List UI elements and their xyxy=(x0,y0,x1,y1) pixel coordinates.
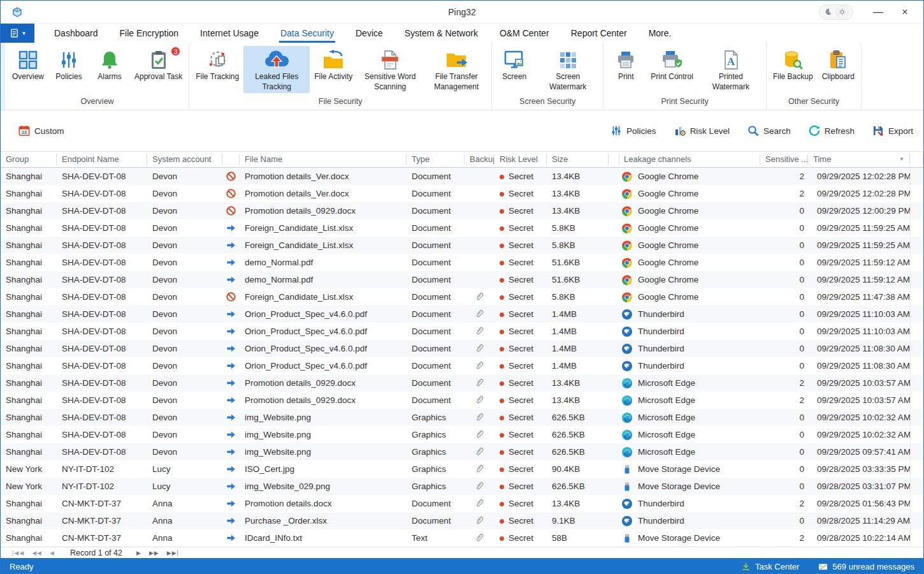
record-nav-button[interactable]: ◀ xyxy=(50,550,55,556)
record-nav-button[interactable]: ▶▶ xyxy=(149,550,159,556)
table-row[interactable]: ShanghaiSHA-DEV-DT-08Devonimg_Website.pn… xyxy=(1,443,923,460)
risk-label: Secret xyxy=(509,223,533,233)
table-row[interactable]: ShanghaiSHA-DEV-DT-08DevonOrion_Product_… xyxy=(1,357,923,374)
ribbon-button-file-tracking[interactable]: File Tracking xyxy=(191,46,243,84)
table-row[interactable]: ShanghaiSHA-DEV-DT-08DevonOrion_Product_… xyxy=(1,305,923,323)
sun-icon[interactable] xyxy=(838,8,846,16)
column-header-type[interactable]: Type xyxy=(407,154,465,165)
toolbar-export-button[interactable]: Export xyxy=(872,125,913,136)
cell-endpoint-name: SHA-DEV-DT-08 xyxy=(57,430,147,439)
tab-report-center[interactable]: Report Center xyxy=(560,24,638,43)
column-header-group[interactable]: Group xyxy=(1,154,57,165)
toolbar-refresh-button[interactable]: Refresh xyxy=(809,125,855,136)
tab-data-security[interactable]: Data Security xyxy=(270,24,345,43)
table-row[interactable]: ShanghaiSHA-DEV-DT-08DevonOrion_Product_… xyxy=(1,323,923,340)
table-row[interactable]: ShanghaiSHA-DEV-DT-08DevonOrion_Product_… xyxy=(1,340,923,357)
tab-dashboard[interactable]: Dashboard xyxy=(43,24,109,43)
table-row[interactable]: ShanghaiSHA-DEV-DT-08DevonForeign_Candid… xyxy=(1,237,923,254)
tab-file-encryption[interactable]: File Encryption xyxy=(109,24,190,43)
channel-label: Thunderbird xyxy=(638,361,684,371)
table-row[interactable]: New YorkNY-IT-DT-102LucyISO_Cert.jpgGrap… xyxy=(1,460,923,478)
ribbon-button-screen-watermark[interactable]: Screen Watermark xyxy=(535,46,601,93)
column-header-label: System account xyxy=(152,154,212,165)
ribbon-button-screen[interactable]: Screen xyxy=(494,46,535,84)
paperclip-icon xyxy=(465,499,494,508)
column-header-system-account[interactable]: System account xyxy=(147,154,222,165)
tab-o-m-center[interactable]: O&M Center xyxy=(489,24,560,43)
table-row[interactable]: ShanghaiSHA-DEV-DT-08DevonPromotion deta… xyxy=(1,392,923,409)
risk-dot xyxy=(500,278,504,283)
cell-size: 1.4MB xyxy=(547,327,609,336)
ribbon-group-label: Other Security xyxy=(769,96,859,110)
ribbon-button-printed-watermark[interactable]: APrinted Watermark xyxy=(698,46,764,93)
cell-gutter xyxy=(910,305,923,323)
paperclip-icon xyxy=(465,413,494,422)
table-row[interactable]: ShanghaiSHA-DEV-DT-08DevonPromotion deta… xyxy=(1,185,923,202)
record-nav-button[interactable]: |◀◀ xyxy=(12,550,24,556)
tab-system-network[interactable]: System & Network xyxy=(394,24,489,43)
toolbar-policies-button[interactable]: Policies xyxy=(610,125,656,136)
column-header-risk-level[interactable]: Risk Level xyxy=(494,154,547,165)
tab-device[interactable]: Device xyxy=(345,24,394,43)
table-row[interactable]: ShanghaiCN-MKT-DT-37AnnaIDcard_INfo.txtT… xyxy=(1,529,923,547)
app-menu-button[interactable]: ▼ xyxy=(1,24,34,43)
cell-group: Shanghai xyxy=(1,413,57,422)
ribbon-button-overview[interactable]: Overview xyxy=(8,46,48,84)
column-header-endpoint-name[interactable]: Endpoint Name xyxy=(57,154,147,165)
ribbon-group-screen-security: ScreenScreen WatermarkScreen Security xyxy=(492,43,603,110)
cell-gutter xyxy=(910,409,923,426)
column-header-backup[interactable]: Backup xyxy=(465,154,494,165)
toolbar-risk-level-button[interactable]: Risk Level xyxy=(674,125,730,136)
cell-endpoint-name: SHA-DEV-DT-08 xyxy=(57,292,147,302)
ribbon-button-approval-task[interactable]: 3Approval Task xyxy=(130,46,187,84)
ribbon-button-file-backup[interactable]: File Backup xyxy=(769,46,818,84)
table-row[interactable]: ShanghaiSHA-DEV-DT-08DevonPromotion deta… xyxy=(1,202,923,219)
ribbon-button-print[interactable]: Print xyxy=(605,46,646,84)
column-header-size[interactable]: Size xyxy=(547,154,609,165)
tab-more[interactable]: More. xyxy=(638,24,682,43)
ribbon-button-sensitive-word-scanning[interactable]: Sensitive Word Scanning xyxy=(357,46,423,93)
ribbon-button-file-activity[interactable]: File Activity xyxy=(310,46,357,84)
record-nav-button[interactable]: ◀◀ xyxy=(32,550,42,556)
table-row[interactable]: ShanghaiCN-MKT-DT-37AnnaPurchase _Order.… xyxy=(1,512,923,529)
cell-leakage-channel: Thunderbird xyxy=(619,309,760,320)
column-header-file-name[interactable]: File Name xyxy=(240,154,407,165)
arrow-icon xyxy=(222,464,240,474)
table-row[interactable]: ShanghaiSHA-DEV-DT-08DevonPromotion deta… xyxy=(1,374,923,392)
ribbon-button-file-transfer-management[interactable]: File Transfer Management xyxy=(423,46,489,93)
statusbar-task-center[interactable]: Task Center xyxy=(741,562,799,571)
toolbar-search-button[interactable]: Search xyxy=(747,125,791,136)
record-nav-button[interactable]: ▶ xyxy=(136,550,141,556)
table-row[interactable]: ShanghaiSHA-DEV-DT-08Devondemo_Normal.pd… xyxy=(1,271,923,288)
cell-size: 5.8KB xyxy=(547,223,609,233)
statusbar-569-unread-messages[interactable]: 569 unread messages xyxy=(818,562,914,571)
table-row[interactable]: ShanghaiSHA-DEV-DT-08Devondemo_Normal.pd… xyxy=(1,254,923,271)
filter-dropdown-icon[interactable]: ▼ xyxy=(899,154,904,165)
ribbon-button-alarms[interactable]: Alarms xyxy=(89,46,130,84)
moon-icon[interactable] xyxy=(824,8,832,16)
ribbon-button-policies[interactable]: Policies xyxy=(48,46,89,84)
close-button[interactable]: × xyxy=(892,3,918,22)
ribbon-button-clipboard[interactable]: Clipboard xyxy=(818,46,859,84)
column-header-leakage-channels[interactable]: Leakage channels xyxy=(619,154,760,165)
cell-group: Shanghai xyxy=(1,309,57,319)
table-row[interactable]: ShanghaiSHA-DEV-DT-08Devonimg_Website.pn… xyxy=(1,409,923,426)
table-row[interactable]: ShanghaiCN-MKT-DT-37AnnaPromotion detail… xyxy=(1,495,923,512)
column-header-sensitive[interactable]: Sensitive ... xyxy=(760,154,808,165)
chrome-icon xyxy=(622,223,632,233)
ribbon-button-print-control[interactable]: Print Control xyxy=(646,46,698,84)
risk-label: Secret xyxy=(509,499,533,508)
table-row[interactable]: ShanghaiSHA-DEV-DT-08Devonimg_Website.pn… xyxy=(1,426,923,443)
record-nav-button[interactable]: ▶▶| xyxy=(167,550,179,556)
theme-toggle[interactable] xyxy=(819,4,853,20)
table-row[interactable]: ShanghaiSHA-DEV-DT-08DevonForeign_Candid… xyxy=(1,219,923,237)
table-row[interactable]: ShanghaiSHA-DEV-DT-08DevonPromotion deta… xyxy=(1,168,923,185)
minimize-button[interactable]: — xyxy=(865,3,892,22)
table-row[interactable]: New YorkNY-IT-DT-102Lucyimg_Website_029.… xyxy=(1,478,923,495)
table-row[interactable]: ShanghaiSHA-DEV-DT-08DevonForeign_Candid… xyxy=(1,288,923,305)
tab-internet-usage[interactable]: Internet Usage xyxy=(189,24,270,43)
column-header-time[interactable]: Time▼ xyxy=(808,154,910,165)
ribbon-button-leaked-files-tracking[interactable]: Leaked Files Tracking xyxy=(243,46,310,93)
cell-size: 9.1KB xyxy=(547,516,609,526)
toolbar-custom-button[interactable]: 23Custom xyxy=(18,125,64,136)
